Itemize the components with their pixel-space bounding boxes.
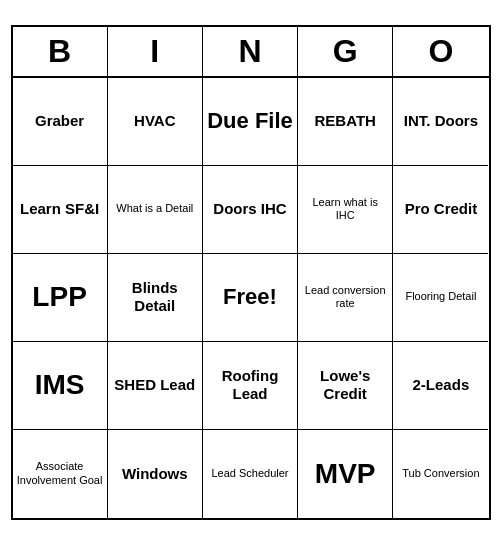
header-o: O (393, 27, 488, 76)
header-b: B (13, 27, 108, 76)
bingo-cell-10: LPP (13, 254, 108, 342)
bingo-cell-17: Roofing Lead (203, 342, 298, 430)
bingo-cell-0: Graber (13, 78, 108, 166)
header-g: G (298, 27, 393, 76)
bingo-cell-9: Pro Credit (393, 166, 488, 254)
bingo-cell-4: INT. Doors (393, 78, 488, 166)
bingo-cell-18: Lowe's Credit (298, 342, 393, 430)
bingo-cell-11: Blinds Detail (108, 254, 203, 342)
bingo-cell-3: REBATH (298, 78, 393, 166)
bingo-cell-12: Free! (203, 254, 298, 342)
bingo-grid: GraberHVACDue FileREBATHINT. DoorsLearn … (13, 78, 489, 518)
bingo-header: B I N G O (13, 27, 489, 78)
bingo-cell-5: Learn SF&I (13, 166, 108, 254)
bingo-cell-16: SHED Lead (108, 342, 203, 430)
bingo-cell-24: Tub Conversion (393, 430, 488, 518)
bingo-cell-20: Associate Involvement Goal (13, 430, 108, 518)
bingo-cell-23: MVP (298, 430, 393, 518)
bingo-cell-1: HVAC (108, 78, 203, 166)
header-n: N (203, 27, 298, 76)
bingo-cell-7: Doors IHC (203, 166, 298, 254)
bingo-cell-8: Learn what is IHC (298, 166, 393, 254)
bingo-cell-22: Lead Scheduler (203, 430, 298, 518)
bingo-cell-19: 2-Leads (393, 342, 488, 430)
bingo-card: B I N G O GraberHVACDue FileREBATHINT. D… (11, 25, 491, 520)
bingo-cell-14: Flooring Detail (393, 254, 488, 342)
bingo-cell-6: What is a Detail (108, 166, 203, 254)
bingo-cell-2: Due File (203, 78, 298, 166)
bingo-cell-21: Windows (108, 430, 203, 518)
header-i: I (108, 27, 203, 76)
bingo-cell-15: IMS (13, 342, 108, 430)
bingo-cell-13: Lead conversion rate (298, 254, 393, 342)
